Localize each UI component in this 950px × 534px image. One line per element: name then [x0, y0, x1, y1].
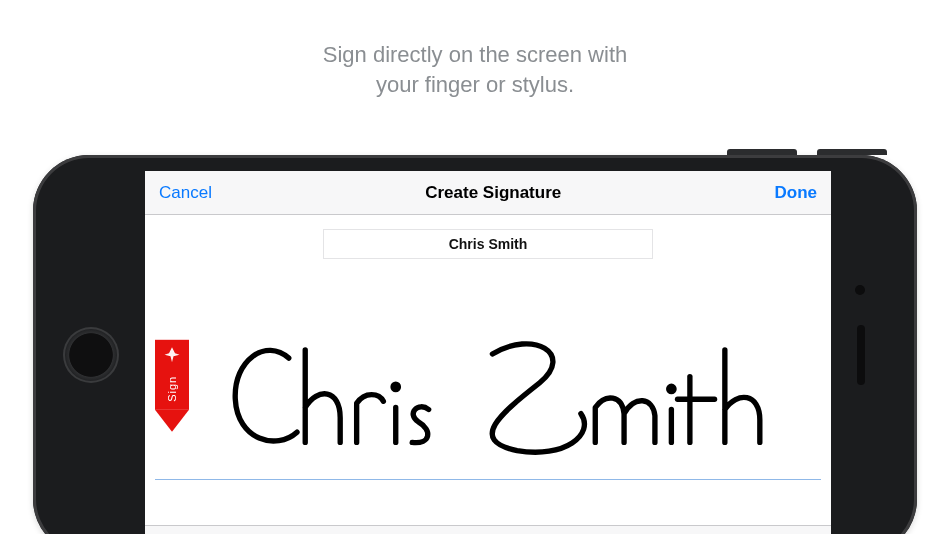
right-edge-fade	[920, 150, 950, 534]
sign-here-label: Sign	[166, 376, 178, 402]
sign-here-marker: Sign	[155, 340, 189, 436]
front-camera	[855, 285, 865, 295]
svg-point-0	[393, 384, 398, 389]
cancel-button[interactable]: Cancel	[159, 183, 212, 203]
navigation-bar: Cancel Create Signature Done	[145, 171, 831, 215]
device-frame: Cancel Create Signature Done Chris Smith…	[33, 155, 917, 534]
typed-name-value: Chris Smith	[449, 236, 528, 252]
tagline-line-2: your finger or stylus.	[376, 72, 574, 97]
done-button[interactable]: Done	[775, 183, 818, 203]
signature-baseline	[155, 479, 821, 480]
handwritten-signature	[225, 319, 801, 473]
bottom-toolbar: Clear	[145, 525, 831, 534]
adobe-acrobat-icon	[163, 346, 181, 364]
home-button[interactable]	[63, 327, 119, 383]
typed-name-field[interactable]: Chris Smith	[323, 229, 653, 259]
svg-point-1	[669, 386, 674, 391]
screen-title: Create Signature	[425, 183, 561, 203]
device-screen: Cancel Create Signature Done Chris Smith…	[145, 171, 831, 534]
marketing-tagline: Sign directly on the screen with your fi…	[0, 0, 950, 99]
signature-content: Chris Smith Sign	[145, 229, 831, 525]
earpiece-speaker	[857, 325, 865, 385]
tagline-line-1: Sign directly on the screen with	[323, 42, 628, 67]
signature-canvas[interactable]: Sign	[145, 299, 831, 515]
